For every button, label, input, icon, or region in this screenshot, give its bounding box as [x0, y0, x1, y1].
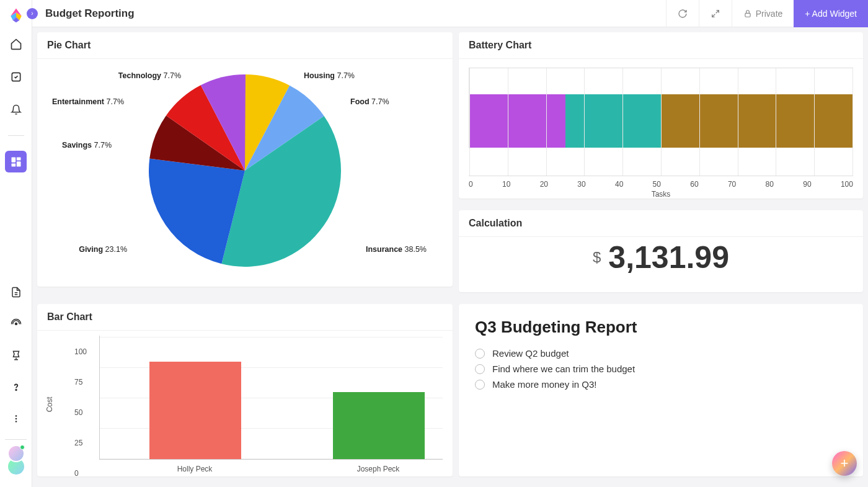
battery-axis-label: Tasks	[469, 190, 853, 199]
nav-goals[interactable]	[5, 344, 27, 366]
pie-label: Technology 7.7%	[118, 71, 181, 80]
card-title: Battery Chart	[459, 32, 863, 59]
nav-docs[interactable]	[5, 281, 27, 303]
nav-more[interactable]	[5, 408, 27, 429]
pie-label: Savings 7.7%	[62, 141, 112, 150]
axis-tick: 80	[766, 180, 774, 189]
expand-button[interactable]	[699, 0, 732, 27]
todo-item[interactable]: Make more money in Q3!	[475, 377, 847, 392]
pie-label: Giving 23.1%	[79, 245, 127, 254]
pie-chart: Housing 7.7%Food 7.7%Insurance 38.5%Givi…	[37, 59, 453, 276]
svg-rect-3	[16, 161, 20, 166]
axis-tick: 70	[728, 180, 736, 189]
axis-tick: 30	[577, 180, 585, 189]
battery-chart	[469, 68, 853, 148]
axis-tick: 100	[74, 347, 448, 356]
avatar[interactable]	[7, 445, 25, 462]
report-title: Q3 Budgeting Report	[475, 318, 847, 337]
nav-home[interactable]	[5, 33, 27, 55]
nav-notifications[interactable]	[5, 99, 27, 120]
card-title: Calculation	[459, 210, 863, 237]
svg-rect-2	[16, 157, 20, 160]
bar-chart: Cost 0255075100Holly PeckJoseph Peck	[37, 331, 453, 478]
nav-dashboard[interactable]	[5, 151, 27, 172]
axis-tick: Holly Peck	[149, 465, 241, 473]
privacy-button[interactable]: Private	[732, 0, 794, 27]
axis-tick: 75	[74, 378, 448, 386]
battery-segment	[661, 94, 852, 148]
privacy-label: Private	[756, 9, 783, 19]
nav-pulse[interactable]	[5, 313, 27, 334]
svg-point-6	[16, 389, 17, 390]
axis-tick: 10	[502, 180, 510, 189]
svg-rect-1	[11, 157, 16, 162]
axis-tick: 20	[540, 180, 548, 189]
nav-tasks[interactable]	[5, 66, 27, 87]
axis-tick: 100	[841, 180, 853, 189]
axis-tick: 90	[803, 180, 811, 189]
pie-label: Food 7.7%	[350, 97, 389, 106]
pie-label: Housing 7.7%	[304, 71, 355, 80]
todo-label: Make more money in Q3!	[492, 379, 596, 390]
pie-chart-card: Pie Chart Housing 7.7%Food 7.7%Insurance…	[37, 32, 453, 287]
todo-list: Review Q2 budgetFind where we can trim t…	[475, 346, 847, 392]
card-title: Bar Chart	[37, 304, 453, 331]
pie-label: Insurance 38.5%	[366, 245, 427, 254]
axis-tick: 50	[653, 180, 661, 189]
app-logo[interactable]	[7, 6, 25, 24]
axis-tick: 60	[690, 180, 698, 189]
calculation-card: Calculation $ 3,131.99	[459, 210, 863, 292]
svg-rect-10	[745, 13, 750, 17]
todo-label: Find where we can trim the budget	[492, 364, 635, 374]
page-title: Budget Reporting	[45, 7, 135, 20]
card-title: Pie Chart	[37, 32, 453, 59]
topbar: › Budget Reporting Private + Add Widget	[32, 0, 868, 27]
sidebar-toggle[interactable]: ›	[27, 8, 38, 19]
report-card: Q3 Budgeting Report Review Q2 budgetFind…	[459, 304, 863, 476]
bar-chart-card: Bar Chart Cost 0255075100Holly PeckJosep…	[37, 304, 453, 476]
battery-chart-card: Battery Chart 0102030405060708090100 Tas…	[459, 32, 863, 199]
pie-label: Entertainment 7.7%	[52, 97, 124, 106]
axis-tick: 0	[469, 180, 473, 189]
quick-create-button[interactable]: +	[832, 451, 857, 476]
checkbox-icon[interactable]	[475, 349, 485, 359]
checkbox-icon[interactable]	[475, 364, 485, 374]
battery-axis: 0102030405060708090100	[469, 176, 853, 189]
svg-point-8	[15, 418, 17, 419]
svg-point-7	[15, 415, 17, 417]
sidebar	[0, 0, 32, 487]
add-widget-button[interactable]: + Add Widget	[794, 0, 868, 27]
nav-help[interactable]	[5, 376, 27, 398]
calculation-value: $ 3,131.99	[459, 237, 863, 283]
checkbox-icon[interactable]	[475, 380, 485, 390]
axis-tick: Joseph Peck	[332, 465, 424, 473]
todo-label: Review Q2 budget	[492, 348, 569, 359]
svg-rect-4	[11, 163, 16, 166]
battery-segment	[469, 94, 565, 148]
axis-tick: 50	[74, 408, 448, 417]
battery-segment	[565, 94, 662, 148]
svg-point-5	[15, 323, 17, 324]
todo-item[interactable]: Review Q2 budget	[475, 346, 847, 361]
axis-tick: 25	[74, 439, 448, 447]
bar	[333, 392, 425, 459]
refresh-button[interactable]	[666, 0, 699, 27]
axis-tick: 40	[615, 180, 623, 189]
user-avatars[interactable]	[5, 439, 27, 476]
todo-item[interactable]: Find where we can trim the budget	[475, 361, 847, 377]
svg-point-9	[15, 421, 17, 422]
